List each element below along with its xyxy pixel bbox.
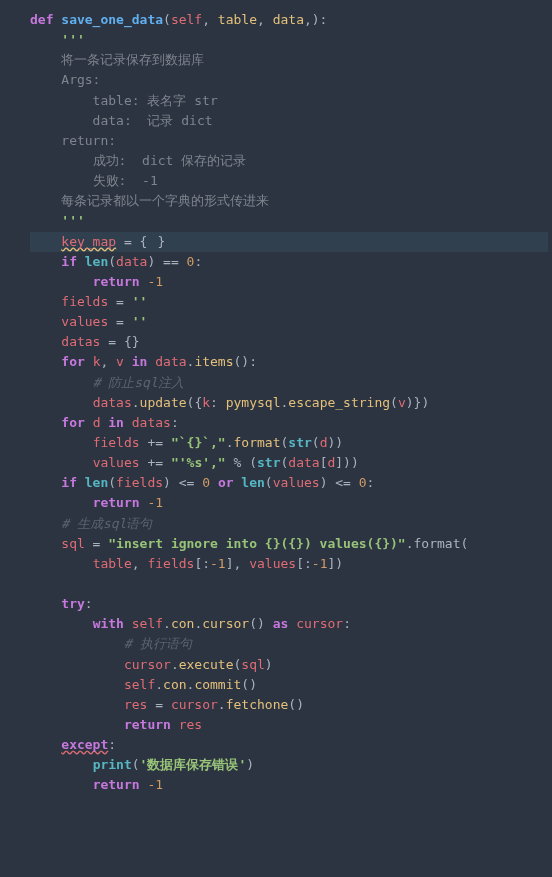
code-line: fields = '' [30, 292, 548, 312]
code-line: if len(fields) <= 0 or len(values) <= 0: [30, 473, 548, 493]
code-line: def save_one_data(self, table, data,): [30, 10, 548, 30]
code-line: res = cursor.fetchone() [30, 695, 548, 715]
blank-line [30, 574, 548, 594]
code-line: return -1 [30, 493, 548, 513]
code-line: for k, v in data.items(): [30, 352, 548, 372]
docstring-line: 每条记录都以一个字典的形式传进来 [30, 191, 548, 211]
code-line: except: [30, 735, 548, 755]
docstring-open: ''' [30, 30, 548, 50]
code-line: return -1 [30, 775, 548, 795]
text-cursor [147, 235, 157, 249]
code-line: table, fields[:-1], values[:-1]) [30, 554, 548, 574]
code-line: datas.update({k: pymysql.escape_string(v… [30, 393, 548, 413]
code-line: values += "'%s'," % (str(data[d])) [30, 453, 548, 473]
code-line: for d in datas: [30, 413, 548, 433]
current-line: key_map = {} [30, 232, 548, 252]
docstring-line: 失败: -1 [30, 171, 548, 191]
code-line: return -1 [30, 272, 548, 292]
docstring-line: table: 表名字 str [30, 91, 548, 111]
code-editor[interactable]: def save_one_data(self, table, data,): '… [30, 10, 548, 795]
code-line: if len(data) == 0: [30, 252, 548, 272]
docstring-line: Args: [30, 70, 548, 90]
docstring-line: return: [30, 131, 548, 151]
code-line: # 防止sql注入 [30, 373, 548, 393]
code-line: # 生成sql语句 [30, 514, 548, 534]
code-line: cursor.execute(sql) [30, 655, 548, 675]
code-line: fields += "`{}`,".format(str(d)) [30, 433, 548, 453]
code-line: values = '' [30, 312, 548, 332]
code-line: datas = {} [30, 332, 548, 352]
docstring-line: 成功: dict 保存的记录 [30, 151, 548, 171]
code-line: # 执行语句 [30, 634, 548, 654]
docstring-line: 将一条记录保存到数据库 [30, 50, 548, 70]
code-line: try: [30, 594, 548, 614]
code-line: print('数据库保存错误') [30, 755, 548, 775]
code-line: with self.con.cursor() as cursor: [30, 614, 548, 634]
docstring-line: data: 记录 dict [30, 111, 548, 131]
code-line: return res [30, 715, 548, 735]
docstring-close: ''' [30, 211, 548, 231]
code-line: self.con.commit() [30, 675, 548, 695]
code-line: sql = "insert ignore into {}({}) values(… [30, 534, 548, 554]
